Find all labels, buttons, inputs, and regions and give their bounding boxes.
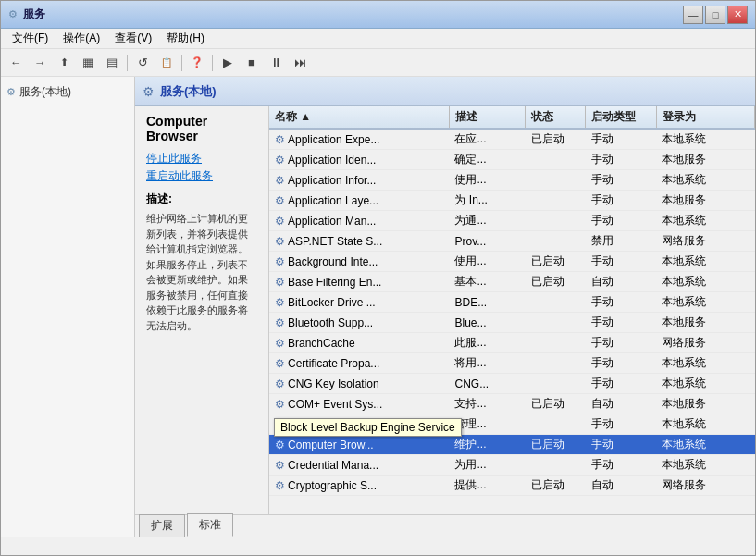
cell-startup: 手动 bbox=[586, 129, 657, 150]
maximize-button[interactable]: □ bbox=[705, 6, 725, 24]
table-row[interactable]: ⚙Background Inte...使用...已启动手动本地系统 bbox=[269, 252, 755, 272]
service-name-text: Background Inte... bbox=[288, 255, 378, 268]
col-status[interactable]: 状态 bbox=[526, 106, 586, 129]
table-row[interactable]: ⚙Application Iden...确定...手动本地服务 bbox=[269, 150, 755, 170]
cell-desc: 为 In... bbox=[449, 191, 526, 211]
right-header-title: 服务(本地) bbox=[160, 83, 217, 100]
cell-desc: 为通... bbox=[449, 211, 526, 231]
service-list[interactable]: 名称 ▲ 描述 状态 启动类型 登录为 ⚙Application Expe...… bbox=[269, 106, 755, 514]
service-name-text: Base Filtering En... bbox=[288, 276, 381, 289]
service-icon: ⚙ bbox=[275, 418, 285, 431]
pause-button[interactable]: ⏸ bbox=[265, 53, 287, 73]
cell-desc: 使用... bbox=[449, 170, 526, 191]
show-console-button[interactable]: ▦ bbox=[77, 53, 99, 73]
up-button[interactable]: ⬆ bbox=[53, 53, 75, 73]
play-button[interactable]: ▶ bbox=[217, 53, 239, 73]
toolbar-sep-2 bbox=[181, 55, 182, 71]
help-button[interactable]: ❓ bbox=[186, 53, 208, 73]
service-name-text: ASP.NET State S... bbox=[288, 235, 382, 248]
show-list-button[interactable]: ▤ bbox=[101, 53, 123, 73]
minimize-button[interactable]: — bbox=[683, 6, 703, 24]
title-controls: — □ ✕ bbox=[683, 6, 748, 24]
cell-logon: 本地服务 bbox=[656, 313, 754, 333]
cell-desc: 基本... bbox=[449, 272, 526, 292]
table-row[interactable]: ⚙BitLocker Drive ...BDE...手动本地系统 bbox=[269, 292, 755, 313]
cell-status bbox=[526, 333, 586, 353]
cell-desc: Blue... bbox=[449, 313, 526, 333]
col-name[interactable]: 名称 ▲ bbox=[269, 106, 449, 129]
cell-status bbox=[526, 455, 586, 476]
service-icon: ⚙ bbox=[275, 133, 285, 146]
stop-button[interactable]: ■ bbox=[241, 53, 263, 73]
table-row[interactable]: ⚙Certificate Propa...将用...手动本地系统 bbox=[269, 353, 755, 374]
cell-logon: 本地系统 bbox=[656, 252, 754, 272]
back-button[interactable]: ← bbox=[5, 53, 27, 73]
cell-logon: 本地系统 bbox=[656, 374, 754, 394]
table-row[interactable]: ⚙Credential Mana...为用...手动本地系统 bbox=[269, 455, 755, 476]
service-icon: ⚙ bbox=[275, 154, 285, 167]
restart-service-link[interactable]: 重启动此服务 bbox=[146, 168, 257, 184]
menu-help[interactable]: 帮助(H) bbox=[159, 29, 212, 48]
forward-button[interactable]: → bbox=[29, 53, 51, 73]
cell-desc: CNG... bbox=[449, 374, 526, 394]
service-name-text: Cryptographic S... bbox=[288, 479, 377, 492]
table-row[interactable]: ⚙Cryptographic S...提供...已启动自动网络服务 bbox=[269, 476, 755, 496]
service-rows: ⚙Application Expe...在应...已启动手动本地系统⚙Appli… bbox=[269, 129, 755, 496]
table-row[interactable]: ⚙CNG Key IsolationCNG...手动本地系统 bbox=[269, 374, 755, 394]
description-label: 描述: bbox=[146, 192, 257, 207]
table-row[interactable]: ⚙Application Laye...为 In...手动本地服务 bbox=[269, 191, 755, 211]
menu-action[interactable]: 操作(A) bbox=[56, 29, 107, 48]
menu-view[interactable]: 查看(V) bbox=[107, 29, 159, 48]
col-startup[interactable]: 启动类型 bbox=[586, 106, 657, 129]
cell-startup: 手动 bbox=[586, 435, 657, 455]
cell-logon: 本地系统 bbox=[656, 353, 754, 374]
service-icon: ⚙ bbox=[275, 439, 285, 451]
restart-button[interactable]: ⏭ bbox=[289, 53, 311, 73]
cell-name: ⚙BranchCache bbox=[269, 333, 449, 353]
cell-name: ⚙Application Laye... bbox=[269, 191, 449, 211]
col-desc[interactable]: 描述 bbox=[449, 106, 526, 129]
cell-name: ⚙CNG Key Isolation bbox=[269, 374, 449, 394]
table-row[interactable]: ⚙Application Infor...使用...手动本地系统 bbox=[269, 170, 755, 191]
table-row[interactable]: ⚙Application Expe...在应...已启动手动本地系统 bbox=[269, 129, 755, 150]
left-panel: ⚙ 服务(本地) bbox=[1, 77, 135, 537]
content-area: Computer Browser 停止此服务 重启动此服务 描述: 维护网络上计… bbox=[135, 106, 755, 514]
export-button[interactable]: 📋 bbox=[155, 53, 178, 73]
cell-status: 已启动 bbox=[526, 272, 586, 292]
cell-startup: 手动 bbox=[586, 191, 657, 211]
right-header: ⚙ 服务(本地) bbox=[135, 77, 755, 106]
table-row[interactable]: ⚙COM+ System A...管理...手动本地系统 bbox=[269, 414, 755, 435]
cell-startup: 自动 bbox=[586, 476, 657, 496]
tab-extended[interactable]: 扩展 bbox=[139, 514, 185, 537]
table-row[interactable]: ⚙COM+ Event Sys...支持...已启动自动本地服务 bbox=[269, 394, 755, 414]
tab-standard[interactable]: 标准 bbox=[187, 513, 233, 537]
service-icon: ⚙ bbox=[275, 398, 285, 411]
service-icon: ⚙ bbox=[275, 276, 285, 289]
col-logon[interactable]: 登录为 bbox=[656, 106, 754, 129]
cell-status: 已启动 bbox=[526, 252, 586, 272]
service-name-text: Bluetooth Supp... bbox=[288, 316, 373, 329]
cell-name: ⚙Application Iden... bbox=[269, 150, 449, 170]
service-name-text: Application Expe... bbox=[288, 133, 379, 146]
cell-logon: 本地系统 bbox=[656, 414, 754, 435]
table-row[interactable]: ⚙Base Filtering En...基本...已启动自动本地系统 bbox=[269, 272, 755, 292]
title-bar: ⚙ 服务 — □ ✕ bbox=[1, 1, 755, 29]
left-panel-title: ⚙ 服务(本地) bbox=[5, 80, 130, 104]
table-row[interactable]: ⚙Bluetooth Supp...Blue...手动本地服务 bbox=[269, 313, 755, 333]
service-name-text: BitLocker Drive ... bbox=[288, 296, 376, 309]
stop-service-link[interactable]: 停止此服务 bbox=[146, 151, 257, 167]
cell-status: 已启动 bbox=[526, 394, 586, 414]
main-window: ⚙ 服务 — □ ✕ 文件(F) 操作(A) 查看(V) 帮助(H) ← → ⬆… bbox=[0, 0, 756, 556]
table-row[interactable]: ⚙Computer Brow...维护...已启动手动本地系统 bbox=[269, 435, 755, 455]
cell-startup: 手动 bbox=[586, 292, 657, 313]
service-icon: ⚙ bbox=[275, 316, 285, 329]
table-row[interactable]: ⚙BranchCache此服...手动网络服务 bbox=[269, 333, 755, 353]
table-row[interactable]: ⚙Application Man...为通...手动本地系统 bbox=[269, 211, 755, 231]
menu-file[interactable]: 文件(F) bbox=[5, 29, 56, 48]
cell-logon: 本地系统 bbox=[656, 455, 754, 476]
main-area: ⚙ 服务(本地) ⚙ 服务(本地) Computer Browser 停止此服务… bbox=[1, 77, 755, 537]
left-panel-icon: ⚙ bbox=[6, 86, 16, 98]
table-row[interactable]: ⚙ASP.NET State S...Prov...禁用网络服务 bbox=[269, 231, 755, 252]
refresh-button[interactable]: ↺ bbox=[131, 53, 154, 73]
close-button[interactable]: ✕ bbox=[727, 6, 748, 24]
